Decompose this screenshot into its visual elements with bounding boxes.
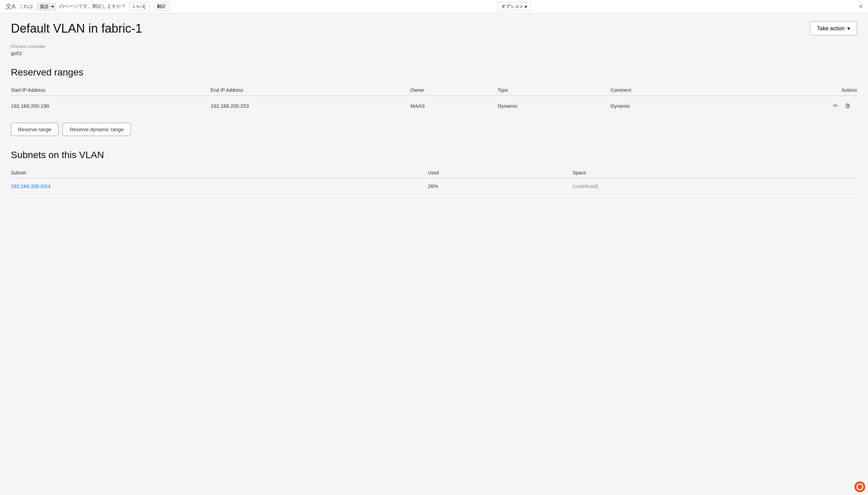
page-title: Default VLAN in fabric-1 bbox=[11, 21, 142, 36]
cell-start-ip: 192.168.200.190 bbox=[11, 96, 211, 116]
take-action-button[interactable]: Take action ▾ bbox=[810, 21, 857, 35]
col-space: Space bbox=[573, 167, 857, 178]
edit-range-button[interactable] bbox=[831, 101, 840, 111]
subnets-section: Subnets on this VLAN Subnet Used Space bbox=[11, 150, 857, 194]
no-translate-button[interactable]: いいえ bbox=[129, 2, 150, 11]
page-header: Default VLAN in fabric-1 Take action ▾ bbox=[11, 21, 857, 36]
translation-suffix: のページです。翻訳しますか？ bbox=[59, 3, 126, 10]
translate-icon: 文A bbox=[5, 2, 16, 11]
primary-controller-section: Primary controller gs02 bbox=[11, 44, 857, 56]
reserve-dynamic-range-button[interactable]: Reserve dynamic range bbox=[63, 123, 131, 136]
cell-owner: MAAS bbox=[410, 96, 498, 116]
translation-bar: 文A これは 英語 のページです。翻訳しますか？ いいえ 翻訳 オプション ▾ … bbox=[0, 0, 868, 13]
translation-prefix: これは bbox=[19, 3, 33, 10]
reserved-ranges-heading: Reserved ranges bbox=[11, 67, 857, 78]
close-translation-bar-button[interactable]: × bbox=[859, 3, 863, 10]
trash-icon bbox=[845, 102, 851, 109]
main-content: Default VLAN in fabric-1 Take action ▾ P… bbox=[0, 13, 868, 209]
subnets-header-row: Subnet Used Space bbox=[11, 167, 857, 178]
take-action-label: Take action bbox=[817, 25, 845, 32]
table-row: 192.168.200.190 192.168.200.253 MAAS Dyn… bbox=[11, 96, 857, 116]
options-button[interactable]: オプション ▾ bbox=[498, 2, 531, 11]
chevron-down-icon: ▾ bbox=[847, 25, 850, 32]
col-comment: Comment bbox=[610, 85, 727, 96]
subnet-link[interactable]: 192.168.200.0/24 bbox=[11, 183, 51, 189]
col-actions: Actions bbox=[727, 85, 857, 96]
col-owner: Owner bbox=[410, 85, 498, 96]
range-button-group: Reserve range Reserve dynamic range bbox=[11, 123, 857, 136]
translate-button[interactable]: 翻訳 bbox=[153, 2, 170, 11]
cell-end-ip: 192.168.200.253 bbox=[211, 96, 411, 116]
reserved-ranges-table: Start IP Address End IP Address Owner Ty… bbox=[11, 85, 857, 116]
cell-space: (undefined) bbox=[573, 178, 857, 194]
cell-type: Dynamic bbox=[498, 96, 611, 116]
col-used: Used bbox=[428, 167, 573, 178]
options-label: オプション bbox=[501, 3, 523, 10]
col-end-ip: End IP Address bbox=[211, 85, 411, 96]
row-actions-cell bbox=[727, 96, 857, 116]
col-type: Type bbox=[498, 85, 611, 96]
subnets-heading: Subnets on this VLAN bbox=[11, 150, 857, 160]
cell-used: 26% bbox=[428, 178, 573, 194]
reserved-ranges-section: Reserved ranges Start IP Address End IP … bbox=[11, 67, 857, 136]
cell-comment: Dynamic bbox=[610, 96, 727, 116]
pencil-icon bbox=[833, 102, 838, 109]
subnet-row: 192.168.200.0/24 26% (undefined) bbox=[11, 178, 857, 194]
delete-range-button[interactable] bbox=[843, 101, 853, 111]
cell-subnet: 192.168.200.0/24 bbox=[11, 178, 428, 194]
space-value: (undefined) bbox=[573, 183, 598, 189]
subnets-table: Subnet Used Space 192.168.200.0/24 26% bbox=[11, 167, 857, 194]
reserve-range-button[interactable]: Reserve range bbox=[11, 123, 58, 136]
table-header-row: Start IP Address End IP Address Owner Ty… bbox=[11, 85, 857, 96]
col-subnet: Subnet bbox=[11, 167, 428, 178]
primary-controller-label: Primary controller bbox=[11, 44, 857, 49]
chevron-down-icon: ▾ bbox=[525, 4, 527, 9]
language-select[interactable]: 英語 bbox=[37, 3, 56, 11]
primary-controller-value: gs02 bbox=[11, 50, 857, 56]
col-start-ip: Start IP Address bbox=[11, 85, 211, 96]
